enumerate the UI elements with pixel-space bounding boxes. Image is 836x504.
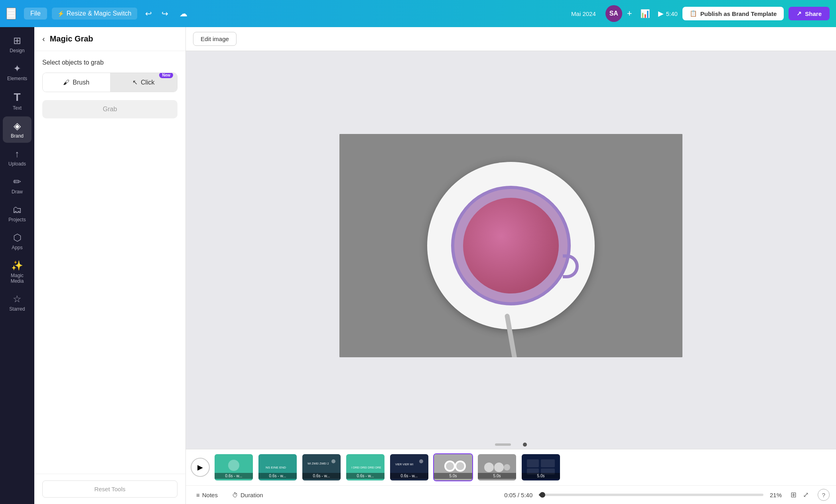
- thumb-label-4: 0.6s - w...: [346, 473, 384, 479]
- svg-text:I DREI DREI DREI DRE: I DREI DREI DREI DRE: [351, 466, 381, 469]
- sidebar-label-design: Design: [10, 48, 24, 53]
- svg-point-16: [456, 462, 464, 470]
- draw-icon: ✏: [13, 176, 21, 187]
- edit-image-button[interactable]: Edit image: [193, 32, 237, 46]
- publish-icon: 📋: [690, 10, 697, 17]
- svg-rect-22: [527, 459, 539, 467]
- share-button[interactable]: ↗ Share: [789, 7, 830, 20]
- new-badge: New: [159, 73, 173, 78]
- timeline-bottom: ≡ Notes ⏱ Duration 0:05 / 5:40 21% ⊞ ⤢: [186, 485, 836, 504]
- notes-button[interactable]: ≡ Notes: [192, 489, 222, 501]
- text-icon: T: [14, 91, 20, 104]
- timeline-strip: ▶ 0.6s - w... NS EINE END 0.6s - w...: [186, 449, 836, 485]
- panel-content: Select objects to grab 🖌 Brush New ↖ Cli…: [34, 51, 185, 474]
- sidebar-item-apps[interactable]: ⬡ Apps: [3, 228, 32, 254]
- timeline-thumb-8[interactable]: 5.0s: [521, 453, 561, 481]
- svg-text:WI ZWEI ZWEI 2: WI ZWEI ZWEI 2: [308, 462, 329, 465]
- redo-button[interactable]: ↪: [158, 7, 172, 20]
- brand-icon: ◈: [14, 120, 21, 132]
- select-objects-label: Select objects to grab: [42, 59, 177, 66]
- coffee-cup: [451, 186, 571, 305]
- sidebar-item-projects[interactable]: 🗂 Projects: [3, 200, 32, 226]
- sidebar-item-uploads[interactable]: ↑ Uploads: [3, 144, 32, 171]
- duration-button[interactable]: ⏱ Duration: [228, 489, 267, 501]
- brush-mode-button[interactable]: 🖌 Brush: [43, 73, 110, 92]
- publish-brand-template-button[interactable]: 📋 Publish as Brand Template: [682, 7, 784, 20]
- sidebar-item-text[interactable]: T Text: [3, 87, 32, 115]
- resize-icon: ⚡: [57, 10, 64, 17]
- thumb-label-8: 5.0s: [522, 473, 560, 479]
- svg-point-20: [504, 464, 510, 471]
- progress-bar[interactable]: [539, 494, 763, 496]
- click-mode-button[interactable]: New ↖ Click: [110, 73, 177, 92]
- starred-icon: ☆: [13, 293, 22, 305]
- panel-header: ‹ Magic Grab: [34, 27, 185, 51]
- sidebar-label-apps: Apps: [12, 245, 22, 250]
- panel-back-button[interactable]: ‹: [42, 34, 45, 43]
- sidebar-label-starred: Starred: [9, 306, 25, 312]
- magic-media-icon: ✨: [11, 260, 23, 271]
- sidebar-item-draw[interactable]: ✏ Draw: [3, 172, 32, 199]
- undo-button[interactable]: ↩: [142, 7, 155, 20]
- sidebar-item-brand[interactable]: ◈ Brand: [3, 116, 32, 143]
- add-collaborator-button[interactable]: +: [627, 8, 632, 19]
- hamburger-button[interactable]: ☰: [6, 8, 16, 20]
- notes-icon: ≡: [196, 492, 200, 498]
- timeline-thumb-1[interactable]: 0.6s - w...: [214, 453, 254, 481]
- share-icon: ↗: [797, 10, 802, 17]
- panel-footer: Reset Tools: [34, 474, 185, 504]
- svg-rect-23: [541, 459, 555, 467]
- file-menu-button[interactable]: File: [24, 8, 47, 20]
- sidebar-item-starred[interactable]: ☆ Starred: [3, 289, 32, 316]
- timeline-thumb-4[interactable]: I DREI DREI DREI DRE 0.6s - w...: [345, 453, 385, 481]
- preview-play-button[interactable]: ▶: [658, 9, 664, 18]
- panel: ‹ Magic Grab Select objects to grab 🖌 Br…: [34, 27, 186, 504]
- topbar: ☰ File ⚡ Resize & Magic Switch ↩ ↪ ☁ Mai…: [0, 0, 836, 27]
- sidebar-label-uploads: Uploads: [8, 161, 26, 167]
- sidebar-label-text: Text: [13, 105, 22, 111]
- duration-icon: ⏱: [232, 492, 238, 498]
- apps-icon: ⬡: [13, 232, 22, 243]
- expand-view-button[interactable]: ⤢: [801, 489, 811, 501]
- cloud-save-button[interactable]: ☁: [176, 7, 191, 20]
- resize-label: Resize & Magic Switch: [67, 10, 132, 17]
- grid-view-button[interactable]: ⊞: [788, 489, 799, 501]
- sidebar-label-projects: Projects: [8, 217, 26, 222]
- click-icon: ↖: [132, 79, 138, 86]
- zoom-level: 21%: [770, 492, 782, 498]
- sidebar-label-magic-media: Magic Media: [4, 273, 30, 284]
- publish-label: Publish as Brand Template: [700, 10, 777, 17]
- canvas-image[interactable]: [339, 134, 682, 357]
- timeline-thumb-7[interactable]: 5.0s: [477, 453, 517, 481]
- grab-button[interactable]: Grab: [42, 100, 177, 118]
- spoon: [505, 313, 518, 357]
- reset-tools-button[interactable]: Reset Tools: [42, 480, 177, 498]
- avatar[interactable]: SA: [605, 5, 622, 22]
- play-section: ▶ 5:40: [658, 9, 678, 18]
- help-button[interactable]: ?: [818, 489, 830, 501]
- timeline-thumb-6[interactable]: 5.0s: [433, 453, 473, 481]
- undo-redo-group: ↩ ↪: [142, 7, 172, 20]
- elements-icon: ✦: [13, 63, 21, 74]
- canvas-main[interactable]: [186, 51, 836, 440]
- sidebar-item-design[interactable]: ⊞ Design: [3, 31, 32, 57]
- analytics-button[interactable]: 📊: [637, 7, 653, 20]
- timeline-thumb-3[interactable]: WI ZWEI ZWEI 2 0.6s - w...: [302, 453, 341, 481]
- svg-point-14: [446, 462, 454, 470]
- resize-magic-switch-button[interactable]: ⚡ Resize & Magic Switch: [52, 8, 137, 20]
- timeline: ▶ 0.6s - w... NS EINE END 0.6s - w...: [186, 449, 836, 504]
- timeline-thumb-2[interactable]: NS EINE END 0.6s - w...: [258, 453, 298, 481]
- sidebar-item-elements[interactable]: ✦ Elements: [3, 59, 32, 85]
- main-layout: ⊞ Design ✦ Elements T Text ◈ Brand ↑ Upl…: [0, 27, 836, 504]
- svg-point-1: [228, 460, 239, 471]
- sidebar-item-magic-media[interactable]: ✨ Magic Media: [3, 256, 32, 288]
- scroll-indicator[interactable]: [495, 443, 511, 446]
- progress-handle[interactable]: [540, 492, 545, 498]
- svg-text:NS EINE END: NS EINE END: [266, 466, 286, 469]
- timeline-play-button[interactable]: ▶: [191, 458, 210, 477]
- scroll-dot[interactable]: [523, 443, 527, 447]
- brush-icon: 🖌: [63, 79, 69, 86]
- coffee-plate: [427, 162, 595, 329]
- sidebar-label-brand: Brand: [11, 133, 24, 139]
- timeline-thumb-5[interactable]: VIER VIER WI 0.6s - w...: [389, 453, 429, 481]
